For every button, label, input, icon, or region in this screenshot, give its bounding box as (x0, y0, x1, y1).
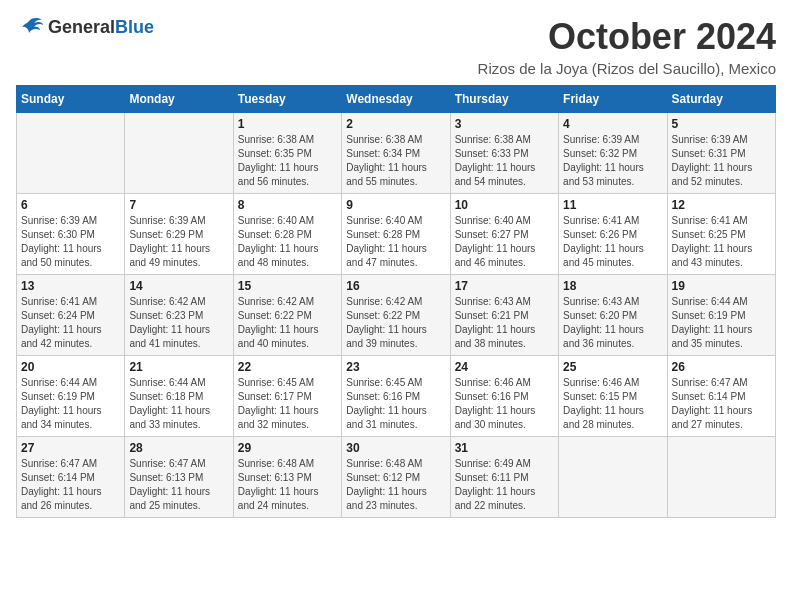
calendar-cell: 11Sunrise: 6:41 AMSunset: 6:26 PMDayligh… (559, 194, 667, 275)
day-number: 28 (129, 441, 228, 455)
day-number: 15 (238, 279, 337, 293)
day-info: Sunrise: 6:39 AMSunset: 6:31 PMDaylight:… (672, 133, 771, 189)
day-number: 11 (563, 198, 662, 212)
calendar-cell: 4Sunrise: 6:39 AMSunset: 6:32 PMDaylight… (559, 113, 667, 194)
calendar-cell: 18Sunrise: 6:43 AMSunset: 6:20 PMDayligh… (559, 275, 667, 356)
day-info: Sunrise: 6:42 AMSunset: 6:22 PMDaylight:… (346, 295, 445, 351)
day-info: Sunrise: 6:41 AMSunset: 6:25 PMDaylight:… (672, 214, 771, 270)
calendar-cell: 1Sunrise: 6:38 AMSunset: 6:35 PMDaylight… (233, 113, 341, 194)
calendar-cell: 29Sunrise: 6:48 AMSunset: 6:13 PMDayligh… (233, 437, 341, 518)
page-header: GeneralBlue October 2024 Rizos de la Joy… (16, 16, 776, 77)
logo-text: GeneralBlue (48, 17, 154, 38)
weekday-header-saturday: Saturday (667, 86, 775, 113)
day-info: Sunrise: 6:48 AMSunset: 6:13 PMDaylight:… (238, 457, 337, 513)
day-info: Sunrise: 6:40 AMSunset: 6:27 PMDaylight:… (455, 214, 554, 270)
day-number: 14 (129, 279, 228, 293)
day-info: Sunrise: 6:39 AMSunset: 6:29 PMDaylight:… (129, 214, 228, 270)
calendar-cell: 30Sunrise: 6:48 AMSunset: 6:12 PMDayligh… (342, 437, 450, 518)
day-number: 3 (455, 117, 554, 131)
day-info: Sunrise: 6:44 AMSunset: 6:19 PMDaylight:… (672, 295, 771, 351)
calendar-week-3: 13Sunrise: 6:41 AMSunset: 6:24 PMDayligh… (17, 275, 776, 356)
day-info: Sunrise: 6:40 AMSunset: 6:28 PMDaylight:… (238, 214, 337, 270)
calendar-cell: 24Sunrise: 6:46 AMSunset: 6:16 PMDayligh… (450, 356, 558, 437)
day-number: 13 (21, 279, 120, 293)
day-info: Sunrise: 6:41 AMSunset: 6:26 PMDaylight:… (563, 214, 662, 270)
day-info: Sunrise: 6:43 AMSunset: 6:20 PMDaylight:… (563, 295, 662, 351)
calendar-cell: 19Sunrise: 6:44 AMSunset: 6:19 PMDayligh… (667, 275, 775, 356)
day-info: Sunrise: 6:39 AMSunset: 6:30 PMDaylight:… (21, 214, 120, 270)
day-info: Sunrise: 6:40 AMSunset: 6:28 PMDaylight:… (346, 214, 445, 270)
day-number: 18 (563, 279, 662, 293)
day-number: 19 (672, 279, 771, 293)
day-number: 29 (238, 441, 337, 455)
day-number: 6 (21, 198, 120, 212)
calendar-cell: 6Sunrise: 6:39 AMSunset: 6:30 PMDaylight… (17, 194, 125, 275)
calendar-cell: 22Sunrise: 6:45 AMSunset: 6:17 PMDayligh… (233, 356, 341, 437)
day-number: 1 (238, 117, 337, 131)
calendar-week-4: 20Sunrise: 6:44 AMSunset: 6:19 PMDayligh… (17, 356, 776, 437)
day-info: Sunrise: 6:39 AMSunset: 6:32 PMDaylight:… (563, 133, 662, 189)
day-number: 5 (672, 117, 771, 131)
logo: GeneralBlue (16, 16, 154, 38)
calendar-cell: 8Sunrise: 6:40 AMSunset: 6:28 PMDaylight… (233, 194, 341, 275)
day-number: 4 (563, 117, 662, 131)
logo-blue: Blue (115, 17, 154, 37)
calendar-cell: 26Sunrise: 6:47 AMSunset: 6:14 PMDayligh… (667, 356, 775, 437)
day-info: Sunrise: 6:45 AMSunset: 6:17 PMDaylight:… (238, 376, 337, 432)
day-info: Sunrise: 6:44 AMSunset: 6:18 PMDaylight:… (129, 376, 228, 432)
day-number: 26 (672, 360, 771, 374)
calendar-cell: 3Sunrise: 6:38 AMSunset: 6:33 PMDaylight… (450, 113, 558, 194)
calendar-cell: 5Sunrise: 6:39 AMSunset: 6:31 PMDaylight… (667, 113, 775, 194)
day-info: Sunrise: 6:38 AMSunset: 6:35 PMDaylight:… (238, 133, 337, 189)
day-number: 10 (455, 198, 554, 212)
title-block: October 2024 Rizos de la Joya (Rizos del… (478, 16, 776, 77)
calendar-week-2: 6Sunrise: 6:39 AMSunset: 6:30 PMDaylight… (17, 194, 776, 275)
calendar-cell: 20Sunrise: 6:44 AMSunset: 6:19 PMDayligh… (17, 356, 125, 437)
day-info: Sunrise: 6:38 AMSunset: 6:33 PMDaylight:… (455, 133, 554, 189)
day-info: Sunrise: 6:47 AMSunset: 6:14 PMDaylight:… (21, 457, 120, 513)
calendar-table: SundayMondayTuesdayWednesdayThursdayFrid… (16, 85, 776, 518)
logo-general: General (48, 17, 115, 37)
day-info: Sunrise: 6:46 AMSunset: 6:16 PMDaylight:… (455, 376, 554, 432)
calendar-cell (559, 437, 667, 518)
weekday-header-friday: Friday (559, 86, 667, 113)
calendar-cell: 7Sunrise: 6:39 AMSunset: 6:29 PMDaylight… (125, 194, 233, 275)
calendar-cell: 21Sunrise: 6:44 AMSunset: 6:18 PMDayligh… (125, 356, 233, 437)
location-title: Rizos de la Joya (Rizos del Saucillo), M… (478, 60, 776, 77)
day-info: Sunrise: 6:38 AMSunset: 6:34 PMDaylight:… (346, 133, 445, 189)
day-number: 31 (455, 441, 554, 455)
day-info: Sunrise: 6:41 AMSunset: 6:24 PMDaylight:… (21, 295, 120, 351)
day-number: 22 (238, 360, 337, 374)
day-number: 8 (238, 198, 337, 212)
calendar-cell: 31Sunrise: 6:49 AMSunset: 6:11 PMDayligh… (450, 437, 558, 518)
day-number: 30 (346, 441, 445, 455)
day-number: 12 (672, 198, 771, 212)
day-info: Sunrise: 6:48 AMSunset: 6:12 PMDaylight:… (346, 457, 445, 513)
day-number: 21 (129, 360, 228, 374)
calendar-cell: 9Sunrise: 6:40 AMSunset: 6:28 PMDaylight… (342, 194, 450, 275)
day-number: 24 (455, 360, 554, 374)
day-info: Sunrise: 6:45 AMSunset: 6:16 PMDaylight:… (346, 376, 445, 432)
day-number: 2 (346, 117, 445, 131)
day-info: Sunrise: 6:42 AMSunset: 6:23 PMDaylight:… (129, 295, 228, 351)
day-number: 27 (21, 441, 120, 455)
day-info: Sunrise: 6:47 AMSunset: 6:13 PMDaylight:… (129, 457, 228, 513)
calendar-cell: 28Sunrise: 6:47 AMSunset: 6:13 PMDayligh… (125, 437, 233, 518)
weekday-header-wednesday: Wednesday (342, 86, 450, 113)
calendar-cell: 23Sunrise: 6:45 AMSunset: 6:16 PMDayligh… (342, 356, 450, 437)
calendar-cell: 16Sunrise: 6:42 AMSunset: 6:22 PMDayligh… (342, 275, 450, 356)
calendar-cell: 13Sunrise: 6:41 AMSunset: 6:24 PMDayligh… (17, 275, 125, 356)
calendar-cell (17, 113, 125, 194)
weekday-header-thursday: Thursday (450, 86, 558, 113)
calendar-cell: 27Sunrise: 6:47 AMSunset: 6:14 PMDayligh… (17, 437, 125, 518)
day-info: Sunrise: 6:49 AMSunset: 6:11 PMDaylight:… (455, 457, 554, 513)
day-number: 9 (346, 198, 445, 212)
calendar-cell: 10Sunrise: 6:40 AMSunset: 6:27 PMDayligh… (450, 194, 558, 275)
day-info: Sunrise: 6:47 AMSunset: 6:14 PMDaylight:… (672, 376, 771, 432)
day-number: 16 (346, 279, 445, 293)
day-number: 7 (129, 198, 228, 212)
calendar-cell: 2Sunrise: 6:38 AMSunset: 6:34 PMDaylight… (342, 113, 450, 194)
day-number: 23 (346, 360, 445, 374)
logo-icon (16, 16, 44, 38)
day-info: Sunrise: 6:42 AMSunset: 6:22 PMDaylight:… (238, 295, 337, 351)
